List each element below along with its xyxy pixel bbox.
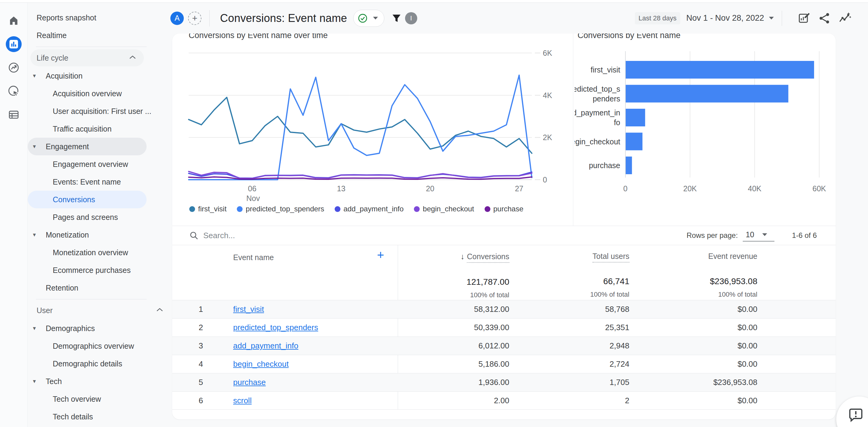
explore-nav-icon[interactable] (6, 60, 22, 75)
sidebar-item-tech-details[interactable]: Tech details (28, 408, 172, 425)
filter-icon[interactable] (391, 13, 402, 24)
sidebar-item-traffic-acquisition[interactable]: Traffic acquisition (28, 120, 172, 138)
sidebar-divider (36, 46, 147, 47)
total-users-header[interactable]: Total users (590, 252, 629, 261)
total-users-total: 66,741 (590, 276, 629, 286)
svg-text:fo: fo (614, 118, 620, 127)
table-body: 1first_visit58,312.0058,768$0.002predict… (172, 300, 836, 409)
svg-text:begin_checkout: begin_checkout (575, 137, 620, 146)
advertising-nav-icon[interactable] (6, 83, 22, 99)
reports-nav-icon[interactable] (6, 36, 22, 52)
insights-sparkline-icon[interactable] (838, 11, 851, 25)
legend-item-first_visit[interactable]: first_visit (189, 205, 226, 213)
date-range-picker[interactable]: Nov 1 - Nov 28, 2022 (686, 13, 774, 23)
conversions-header[interactable]: ↓Conversions (461, 252, 509, 261)
insights-badge[interactable]: I (405, 12, 417, 24)
comparison-avatar[interactable]: A (170, 11, 184, 25)
bar-chart-title: Conversions by Event name (578, 33, 681, 40)
chevron-down-icon (373, 17, 378, 20)
conversions-value: 58,312.00 (474, 300, 509, 318)
sidebar-item-demographics[interactable]: ▾Demographics (28, 320, 172, 337)
event-revenue-value: $0.00 (738, 337, 757, 355)
rows-per-page-label: Rows per page: (687, 231, 738, 240)
event-name-link[interactable]: scroll (233, 392, 252, 409)
sidebar-item-acquisition[interactable]: ▾Acquisition (28, 67, 172, 85)
legend-item-purchase[interactable]: purchase (485, 205, 524, 213)
sidebar-item-engagement[interactable]: ▾Engagement (28, 138, 147, 155)
sidebar-item-realtime[interactable]: Realtime (28, 27, 172, 44)
bar-purchase[interactable] (626, 157, 632, 174)
sidebar-item-ecommerce-purchases[interactable]: Ecommerce purchases (28, 261, 172, 279)
legend-item-predicted_top_spenders[interactable]: predicted_top_spenders (237, 205, 324, 213)
library-nav-icon[interactable] (6, 107, 22, 123)
data-quality-pill[interactable] (353, 10, 384, 27)
sidebar-item-engagement-overview[interactable]: Engagement overview (28, 155, 172, 173)
dimension-column-header[interactable]: Event name (233, 253, 274, 262)
svg-text:first_visit: first_visit (591, 65, 620, 74)
chevron-down-icon (762, 233, 767, 236)
bar-first_visit[interactable] (626, 61, 814, 78)
legend-item-add_payment_info[interactable]: add_payment_info (335, 205, 404, 213)
add-column-button[interactable]: + (377, 248, 384, 262)
expand-triangle-icon[interactable]: ▾ (33, 372, 36, 390)
sidebar-item-acquisition-overview[interactable]: Acquisition overview (28, 85, 172, 102)
legend-item-begin_checkout[interactable]: begin_checkout (414, 205, 474, 213)
sidebar-item-demographic-details[interactable]: Demographic details (28, 355, 172, 372)
event-name-link[interactable]: first_visit (233, 300, 264, 318)
group-label: Tech (46, 377, 62, 386)
expand-triangle-icon[interactable]: ▾ (33, 226, 36, 244)
conversions-value: 2.00 (494, 392, 509, 409)
total-users-value: 58,768 (605, 300, 629, 318)
header-divider (782, 11, 782, 26)
expand-triangle-icon[interactable]: ▾ (33, 138, 36, 155)
add-comparison-button[interactable]: + (188, 11, 202, 25)
sidebar-item-demographics-overview[interactable]: Demographics overview (28, 337, 172, 355)
expand-triangle-icon[interactable]: ▾ (33, 67, 36, 85)
home-icon[interactable] (6, 12, 22, 28)
sidebar-item-life-cycle[interactable]: Life cycle (30, 50, 144, 66)
event-revenue-value: $0.00 (738, 355, 757, 373)
sidebar-item-conversions[interactable]: Conversions (28, 191, 147, 208)
sidebar-item-reports-snapshot[interactable]: Reports snapshot (28, 9, 172, 27)
sidebar-item-retention[interactable]: Retention (28, 279, 172, 297)
event-revenue-value: $0.00 (738, 300, 757, 318)
expand-triangle-icon[interactable]: ▾ (33, 320, 36, 337)
svg-text:purchase: purchase (589, 161, 620, 170)
share-icon[interactable] (818, 12, 831, 25)
sidebar-item-events-event-name[interactable]: Events: Event name (28, 173, 172, 191)
customize-report-icon[interactable] (797, 11, 811, 25)
bar-add_payment_info[interactable] (626, 109, 645, 126)
sidebar-item-user[interactable]: User (28, 302, 172, 319)
rows-per-page-select[interactable]: 10 (743, 230, 774, 241)
conversions-by-event-bar-chart[interactable]: 020K40K60Kfirst_visitpredicted_top_spend… (575, 49, 836, 231)
svg-text:20K: 20K (683, 184, 697, 193)
header-divider (209, 10, 210, 27)
bar-predicted_top_spenders[interactable] (626, 85, 788, 103)
feedback-bubble-icon (848, 407, 863, 422)
event-name-link[interactable]: purchase (233, 373, 266, 391)
svg-text:0: 0 (543, 175, 547, 184)
sidebar-item-monetization-overview[interactable]: Monetization overview (28, 244, 172, 261)
event-name-link[interactable]: add_payment_info (233, 337, 299, 355)
svg-text:penders: penders (593, 94, 620, 103)
chevron-up-icon (156, 307, 163, 312)
sidebar-item-user-acquisition-first-user[interactable]: User acquisition: First user ... (28, 102, 172, 120)
sidebar-item-tech-overview[interactable]: Tech overview (28, 390, 172, 408)
legend-label: first_visit (198, 205, 226, 213)
section-label: User (37, 306, 53, 315)
total-users-value: 2,724 (610, 355, 629, 373)
event-revenue-header[interactable]: Event revenue (708, 252, 757, 261)
event-name-link[interactable]: predicted_top_spenders (233, 319, 318, 336)
search-input[interactable] (203, 231, 356, 240)
event-name-link[interactable]: begin_checkout (233, 355, 289, 373)
sidebar-item-monetization[interactable]: ▾Monetization (28, 226, 172, 244)
feedback-button[interactable] (836, 397, 868, 427)
line-chart-title: Conversions by Event name over time (189, 33, 328, 40)
bar-begin_checkout[interactable] (626, 133, 643, 151)
sidebar-item-pages-and-screens[interactable]: Pages and screens (28, 208, 172, 226)
legend-dot (237, 206, 243, 212)
legend-label: add_payment_info (343, 205, 404, 213)
svg-text:13: 13 (337, 184, 346, 193)
sidebar-item-tech[interactable]: ▾Tech (28, 372, 172, 390)
svg-text:2K: 2K (543, 133, 552, 142)
